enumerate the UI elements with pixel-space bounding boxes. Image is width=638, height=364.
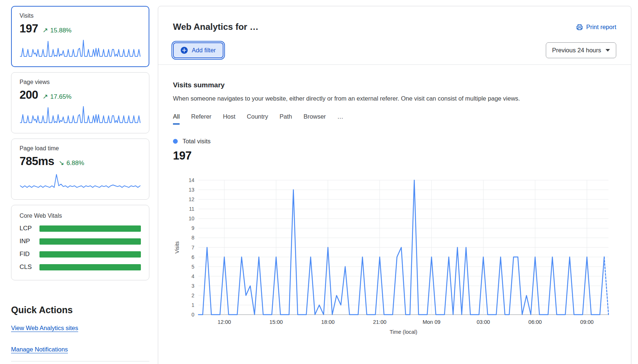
cwv-bar-good (39, 238, 141, 245)
tab-country[interactable]: Country (247, 113, 268, 125)
svg-text:12:00: 12:00 (218, 319, 231, 325)
core-web-vitals-title: Core Web Vitals (20, 213, 141, 219)
legend-dot-icon (173, 139, 178, 144)
stat-card-page-views[interactable]: Page views 200 ↗ 17.65% (11, 72, 149, 133)
sidebar: Visits 197 ↗ 15.88% Page views 200 ↗ 17.… (11, 6, 149, 361)
tab-more-ellipsis[interactable]: … (337, 113, 344, 125)
stat-card-value: 785ms (20, 155, 54, 168)
svg-text:14: 14 (188, 177, 194, 183)
line-chart-canvas: 0123456789101112131412:0015:0018:0021:00… (173, 177, 618, 336)
total-visits-value: 197 (173, 149, 616, 162)
stat-card-title: Visits (20, 13, 141, 19)
svg-text:15:00: 15:00 (270, 319, 283, 325)
stat-card-title: Page load time (20, 145, 141, 152)
page-load-sparkline (20, 171, 141, 190)
cwv-row-fid: FID (20, 251, 141, 258)
svg-text:7: 7 (191, 245, 194, 251)
svg-text:11: 11 (189, 206, 194, 212)
link-view-web-analytics-sites[interactable]: View Web Analytics sites (11, 325, 78, 332)
svg-text:13: 13 (188, 187, 194, 193)
svg-text:3: 3 (191, 283, 194, 289)
sidebar-divider (11, 361, 149, 361)
trend-percent: 15.88% (50, 27, 72, 34)
visits-chart: 0123456789101112131412:0015:0018:0021:00… (173, 177, 616, 336)
cwv-label: LCP (20, 225, 39, 232)
add-filter-button[interactable]: Add filter (173, 42, 223, 58)
svg-text:6: 6 (191, 254, 194, 260)
trend-percent: 17.65% (50, 93, 72, 101)
add-filter-label: Add filter (192, 47, 216, 54)
svg-text:03:00: 03:00 (476, 319, 490, 325)
cwv-row-inp: INP (20, 238, 141, 245)
cwv-label: CLS (20, 263, 39, 271)
svg-text:1: 1 (191, 302, 194, 308)
cwv-bar-good (39, 225, 141, 232)
chevron-down-icon (606, 49, 610, 52)
summary-tabs: All Referer Host Country Path Browser … (173, 113, 616, 125)
svg-text:21:00: 21:00 (373, 319, 386, 325)
svg-text:09:00: 09:00 (580, 319, 593, 325)
header-divider (158, 64, 631, 65)
trend-up-icon: ↗ (42, 26, 48, 34)
svg-text:9: 9 (191, 225, 194, 231)
time-range-value: Previous 24 hours (552, 47, 601, 54)
trend-percent: 6.88% (66, 160, 84, 167)
time-range-dropdown[interactable]: Previous 24 hours (546, 42, 616, 58)
svg-text:06:00: 06:00 (528, 319, 542, 325)
tab-host[interactable]: Host (223, 113, 235, 125)
trend-down-icon: ↘ (59, 159, 64, 167)
tab-referer[interactable]: Referer (191, 113, 211, 125)
svg-text:18:00: 18:00 (321, 319, 334, 325)
stat-card-value: 197 (20, 22, 38, 35)
printer-icon (576, 24, 583, 31)
tab-browser[interactable]: Browser (304, 113, 326, 125)
visits-summary-section: Visits summary When someone navigates to… (158, 81, 631, 336)
cwv-bar-good (39, 251, 141, 258)
cwv-row-lcp: LCP (20, 225, 141, 232)
svg-text:0: 0 (191, 312, 194, 318)
svg-text:2: 2 (191, 293, 194, 298)
svg-text:Visits: Visits (174, 241, 180, 253)
svg-text:5: 5 (191, 264, 194, 270)
stat-card-trend: ↘ 6.88% (59, 159, 84, 167)
stat-card-trend: ↗ 15.88% (42, 26, 72, 34)
core-web-vitals-card[interactable]: Core Web Vitals LCP INP FID CLS (11, 205, 149, 280)
print-report-label: Print report (586, 24, 616, 31)
svg-text:10: 10 (188, 216, 194, 221)
stat-card-page-load-time[interactable]: Page load time 785ms ↘ 6.88% (11, 139, 149, 200)
svg-text:12: 12 (188, 196, 194, 202)
visits-sparkline (20, 38, 141, 57)
main-panel: Web Analytics for … Print report Add fil… (158, 6, 631, 364)
legend-label: Total visits (183, 138, 211, 145)
svg-text:4: 4 (191, 273, 194, 279)
print-report-link[interactable]: Print report (576, 24, 616, 31)
trend-up-icon: ↗ (42, 92, 48, 101)
cwv-row-cls: CLS (20, 263, 141, 271)
summary-description: When someone navigates to your website, … (173, 95, 616, 102)
cwv-label: FID (20, 251, 39, 258)
stat-card-trend: ↗ 17.65% (42, 92, 72, 101)
stat-card-visits[interactable]: Visits 197 ↗ 15.88% (11, 6, 149, 67)
stat-card-title: Page views (20, 79, 141, 85)
quick-actions-title: Quick Actions (11, 305, 149, 315)
plus-circle-icon (181, 47, 188, 54)
cwv-bar-good (39, 264, 141, 270)
svg-text:8: 8 (191, 235, 194, 241)
link-manage-notifications[interactable]: Manage Notifications (11, 346, 68, 353)
page-views-sparkline (20, 105, 141, 124)
page-title: Web Analytics for … (173, 22, 259, 32)
tab-all[interactable]: All (173, 113, 180, 125)
svg-text:Time (local): Time (local) (389, 329, 417, 335)
tab-path[interactable]: Path (280, 113, 292, 125)
stat-card-value: 200 (20, 88, 38, 102)
svg-text:Mon 09: Mon 09 (423, 319, 440, 325)
summary-title: Visits summary (173, 81, 616, 89)
cwv-label: INP (20, 238, 39, 245)
chart-legend: Total visits (173, 138, 616, 145)
